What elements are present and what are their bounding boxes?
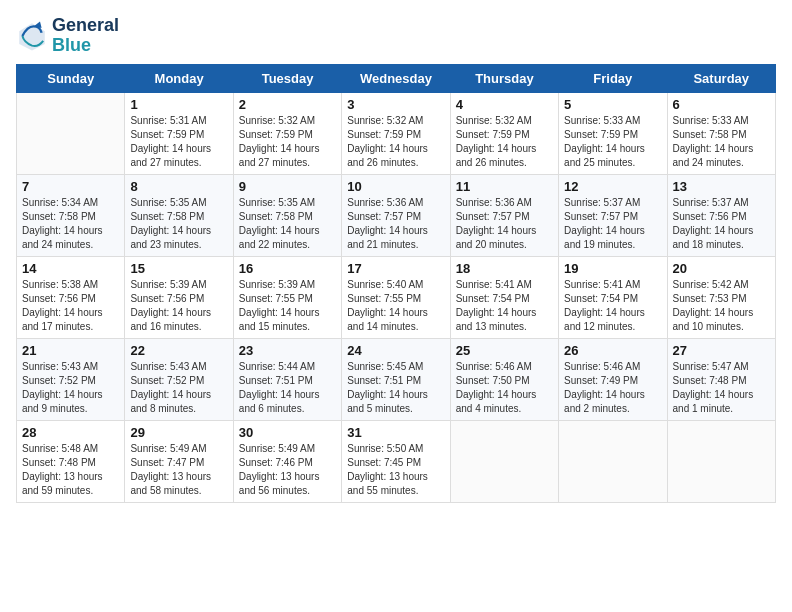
calendar-cell: 3Sunrise: 5:32 AMSunset: 7:59 PMDaylight… [342,92,450,174]
calendar-cell: 11Sunrise: 5:36 AMSunset: 7:57 PMDayligh… [450,174,558,256]
weekday-header-saturday: Saturday [667,64,775,92]
calendar-cell: 7Sunrise: 5:34 AMSunset: 7:58 PMDaylight… [17,174,125,256]
weekday-header-row: SundayMondayTuesdayWednesdayThursdayFrid… [17,64,776,92]
day-number: 18 [456,261,553,276]
logo: General Blue [16,16,119,56]
day-info: Sunrise: 5:47 AMSunset: 7:48 PMDaylight:… [673,360,770,416]
day-info: Sunrise: 5:50 AMSunset: 7:45 PMDaylight:… [347,442,444,498]
calendar-cell: 17Sunrise: 5:40 AMSunset: 7:55 PMDayligh… [342,256,450,338]
day-number: 11 [456,179,553,194]
day-info: Sunrise: 5:32 AMSunset: 7:59 PMDaylight:… [456,114,553,170]
day-info: Sunrise: 5:49 AMSunset: 7:46 PMDaylight:… [239,442,336,498]
day-number: 13 [673,179,770,194]
calendar-cell: 29Sunrise: 5:49 AMSunset: 7:47 PMDayligh… [125,420,233,502]
day-number: 23 [239,343,336,358]
calendar-cell: 12Sunrise: 5:37 AMSunset: 7:57 PMDayligh… [559,174,667,256]
calendar-cell: 14Sunrise: 5:38 AMSunset: 7:56 PMDayligh… [17,256,125,338]
day-info: Sunrise: 5:43 AMSunset: 7:52 PMDaylight:… [22,360,119,416]
calendar-cell: 5Sunrise: 5:33 AMSunset: 7:59 PMDaylight… [559,92,667,174]
calendar-week-row: 7Sunrise: 5:34 AMSunset: 7:58 PMDaylight… [17,174,776,256]
day-info: Sunrise: 5:31 AMSunset: 7:59 PMDaylight:… [130,114,227,170]
day-info: Sunrise: 5:40 AMSunset: 7:55 PMDaylight:… [347,278,444,334]
calendar-cell: 28Sunrise: 5:48 AMSunset: 7:48 PMDayligh… [17,420,125,502]
day-info: Sunrise: 5:39 AMSunset: 7:55 PMDaylight:… [239,278,336,334]
day-number: 21 [22,343,119,358]
calendar-cell: 31Sunrise: 5:50 AMSunset: 7:45 PMDayligh… [342,420,450,502]
calendar-cell: 30Sunrise: 5:49 AMSunset: 7:46 PMDayligh… [233,420,341,502]
day-number: 8 [130,179,227,194]
day-info: Sunrise: 5:44 AMSunset: 7:51 PMDaylight:… [239,360,336,416]
day-info: Sunrise: 5:38 AMSunset: 7:56 PMDaylight:… [22,278,119,334]
day-number: 31 [347,425,444,440]
day-number: 17 [347,261,444,276]
day-number: 15 [130,261,227,276]
day-info: Sunrise: 5:46 AMSunset: 7:49 PMDaylight:… [564,360,661,416]
day-number: 30 [239,425,336,440]
calendar-cell: 6Sunrise: 5:33 AMSunset: 7:58 PMDaylight… [667,92,775,174]
weekday-header-thursday: Thursday [450,64,558,92]
calendar-cell: 23Sunrise: 5:44 AMSunset: 7:51 PMDayligh… [233,338,341,420]
day-number: 19 [564,261,661,276]
day-info: Sunrise: 5:36 AMSunset: 7:57 PMDaylight:… [456,196,553,252]
weekday-header-tuesday: Tuesday [233,64,341,92]
day-number: 3 [347,97,444,112]
day-info: Sunrise: 5:37 AMSunset: 7:56 PMDaylight:… [673,196,770,252]
calendar-cell: 25Sunrise: 5:46 AMSunset: 7:50 PMDayligh… [450,338,558,420]
day-info: Sunrise: 5:36 AMSunset: 7:57 PMDaylight:… [347,196,444,252]
day-number: 26 [564,343,661,358]
calendar-cell: 27Sunrise: 5:47 AMSunset: 7:48 PMDayligh… [667,338,775,420]
weekday-header-sunday: Sunday [17,64,125,92]
day-number: 2 [239,97,336,112]
day-info: Sunrise: 5:34 AMSunset: 7:58 PMDaylight:… [22,196,119,252]
day-number: 28 [22,425,119,440]
day-info: Sunrise: 5:33 AMSunset: 7:59 PMDaylight:… [564,114,661,170]
day-info: Sunrise: 5:43 AMSunset: 7:52 PMDaylight:… [130,360,227,416]
day-info: Sunrise: 5:37 AMSunset: 7:57 PMDaylight:… [564,196,661,252]
day-info: Sunrise: 5:42 AMSunset: 7:53 PMDaylight:… [673,278,770,334]
day-number: 14 [22,261,119,276]
day-info: Sunrise: 5:35 AMSunset: 7:58 PMDaylight:… [239,196,336,252]
calendar-cell: 15Sunrise: 5:39 AMSunset: 7:56 PMDayligh… [125,256,233,338]
weekday-header-monday: Monday [125,64,233,92]
day-info: Sunrise: 5:46 AMSunset: 7:50 PMDaylight:… [456,360,553,416]
calendar-cell [450,420,558,502]
day-number: 4 [456,97,553,112]
day-info: Sunrise: 5:41 AMSunset: 7:54 PMDaylight:… [564,278,661,334]
day-number: 22 [130,343,227,358]
day-number: 20 [673,261,770,276]
day-info: Sunrise: 5:49 AMSunset: 7:47 PMDaylight:… [130,442,227,498]
day-number: 9 [239,179,336,194]
day-number: 16 [239,261,336,276]
day-info: Sunrise: 5:32 AMSunset: 7:59 PMDaylight:… [347,114,444,170]
day-number: 29 [130,425,227,440]
day-info: Sunrise: 5:33 AMSunset: 7:58 PMDaylight:… [673,114,770,170]
calendar-week-row: 1Sunrise: 5:31 AMSunset: 7:59 PMDaylight… [17,92,776,174]
calendar-cell [17,92,125,174]
day-info: Sunrise: 5:48 AMSunset: 7:48 PMDaylight:… [22,442,119,498]
day-number: 6 [673,97,770,112]
day-number: 5 [564,97,661,112]
calendar-cell [667,420,775,502]
calendar-cell: 24Sunrise: 5:45 AMSunset: 7:51 PMDayligh… [342,338,450,420]
calendar-cell: 4Sunrise: 5:32 AMSunset: 7:59 PMDaylight… [450,92,558,174]
calendar-cell: 20Sunrise: 5:42 AMSunset: 7:53 PMDayligh… [667,256,775,338]
day-info: Sunrise: 5:32 AMSunset: 7:59 PMDaylight:… [239,114,336,170]
day-number: 7 [22,179,119,194]
calendar-cell: 26Sunrise: 5:46 AMSunset: 7:49 PMDayligh… [559,338,667,420]
calendar-cell: 18Sunrise: 5:41 AMSunset: 7:54 PMDayligh… [450,256,558,338]
day-info: Sunrise: 5:45 AMSunset: 7:51 PMDaylight:… [347,360,444,416]
calendar-cell: 21Sunrise: 5:43 AMSunset: 7:52 PMDayligh… [17,338,125,420]
logo-text: General Blue [52,16,119,56]
day-info: Sunrise: 5:41 AMSunset: 7:54 PMDaylight:… [456,278,553,334]
day-info: Sunrise: 5:35 AMSunset: 7:58 PMDaylight:… [130,196,227,252]
calendar-cell: 13Sunrise: 5:37 AMSunset: 7:56 PMDayligh… [667,174,775,256]
calendar-week-row: 28Sunrise: 5:48 AMSunset: 7:48 PMDayligh… [17,420,776,502]
calendar-cell: 16Sunrise: 5:39 AMSunset: 7:55 PMDayligh… [233,256,341,338]
page-header: General Blue [16,16,776,56]
day-number: 1 [130,97,227,112]
calendar-cell: 9Sunrise: 5:35 AMSunset: 7:58 PMDaylight… [233,174,341,256]
calendar-week-row: 14Sunrise: 5:38 AMSunset: 7:56 PMDayligh… [17,256,776,338]
logo-icon [16,20,48,52]
day-number: 24 [347,343,444,358]
calendar-cell: 1Sunrise: 5:31 AMSunset: 7:59 PMDaylight… [125,92,233,174]
